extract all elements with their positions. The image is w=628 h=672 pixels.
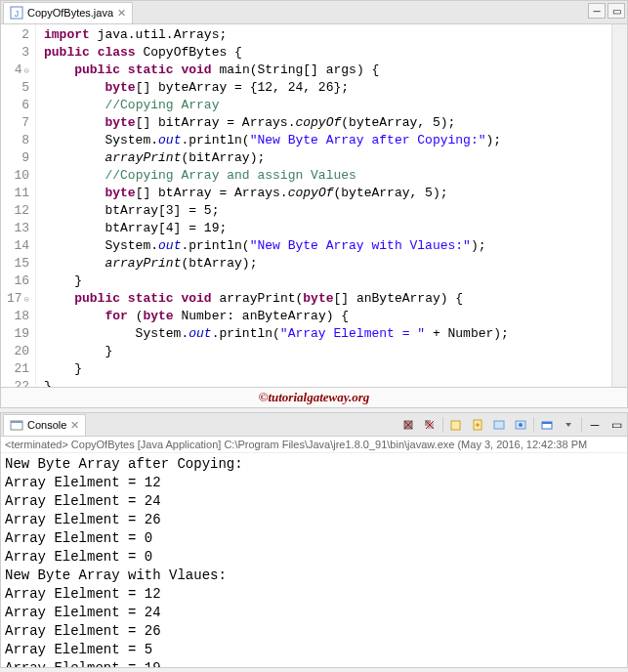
console-pane: Console ✕ ─ ▭ <terminated> CopyOfBytes [… <box>0 412 628 668</box>
line-number: 20 <box>1 343 29 360</box>
open-console-icon[interactable] <box>538 416 556 434</box>
toolbar-separator <box>533 417 534 433</box>
console-line: Array Elelment = 5 <box>5 641 623 659</box>
line-number: 2 <box>1 26 29 44</box>
console-line: Array Elelment = 24 <box>5 492 623 511</box>
console-line: New Byte Array after Copying: <box>5 455 623 474</box>
line-number: 14 <box>1 237 29 255</box>
line-number: 13 <box>1 220 29 237</box>
line-number: 16 <box>1 273 29 290</box>
code-line[interactable]: byte[] btArray = Arrays.copyOf(byteArray… <box>44 185 627 202</box>
line-number: 15 <box>1 255 29 273</box>
code-line[interactable]: btArray[4] = 19; <box>44 220 627 237</box>
line-number: 8 <box>1 132 29 149</box>
line-number: 22 <box>1 378 29 387</box>
dropdown-arrow-icon[interactable] <box>560 416 577 434</box>
close-icon[interactable]: ✕ <box>117 7 126 20</box>
watermark-text: ©tutorialgateway.org <box>1 387 627 407</box>
code-line[interactable]: } <box>44 378 627 387</box>
maximize-button[interactable]: ▭ <box>607 416 625 434</box>
toolbar-separator <box>581 417 582 433</box>
vertical-scrollbar[interactable] <box>611 24 627 387</box>
code-line[interactable]: //Copying Array <box>44 97 627 114</box>
code-line[interactable]: byte[] bitArray = Arrays.copyOf(byteArra… <box>44 114 627 132</box>
console-tab-bar: Console ✕ ─ ▭ <box>1 413 627 437</box>
code-line[interactable]: import java.util.Arrays; <box>44 26 627 44</box>
console-status: <terminated> CopyOfBytes [Java Applicati… <box>1 437 627 453</box>
line-number: 7 <box>1 114 29 132</box>
console-line: Array Elelment = 12 <box>5 474 623 492</box>
line-number: 6 <box>1 97 29 114</box>
line-number: 4⊖ <box>1 62 29 79</box>
line-number: 10 <box>1 167 29 185</box>
code-line[interactable]: btArray[3] = 5; <box>44 202 627 220</box>
remove-all-icon[interactable] <box>421 416 439 434</box>
svg-rect-13 <box>494 421 504 429</box>
console-toolbar: ─ ▭ <box>399 416 625 434</box>
line-number: 12 <box>1 202 29 220</box>
code-line[interactable]: for (byte Number: anByteArray) { <box>44 308 627 325</box>
code-line[interactable]: arrayPrint(btArray); <box>44 255 627 273</box>
clear-console-icon[interactable] <box>447 416 465 434</box>
close-icon[interactable]: ✕ <box>70 419 79 432</box>
code-line[interactable]: } <box>44 273 627 290</box>
window-controls: ─ ▭ <box>588 3 625 19</box>
toolbar-separator <box>442 417 443 433</box>
code-line[interactable]: } <box>44 343 627 360</box>
line-gutter: 234⊖567891011121314151617⊖1819202122 <box>1 24 36 387</box>
code-area[interactable]: 234⊖567891011121314151617⊖1819202122 imp… <box>1 24 627 387</box>
code-line[interactable]: byte[] byteArray = {12, 24, 26}; <box>44 79 627 97</box>
code-line[interactable]: public class CopyOfBytes { <box>44 44 627 62</box>
console-tab-label: Console <box>27 419 66 431</box>
line-number: 17⊖ <box>1 290 29 308</box>
editor-tab-label: CopyOfBytes.java <box>27 7 113 19</box>
minimize-button[interactable]: ─ <box>586 416 604 434</box>
line-number: 19 <box>1 325 29 343</box>
console-output[interactable]: New Byte Array after Copying:Array Elelm… <box>1 453 627 667</box>
code-line[interactable]: public static void arrayPrint(byte[] anB… <box>44 290 627 308</box>
console-line: Array Elelment = 24 <box>5 604 623 622</box>
code-line[interactable]: System.out.println("Array Elelment = " +… <box>44 325 627 343</box>
svg-rect-11 <box>451 421 460 430</box>
code-content[interactable]: import java.util.Arrays;public class Cop… <box>36 24 627 387</box>
code-line[interactable]: //Copying Array and assign Values <box>44 167 627 185</box>
scroll-lock-icon[interactable] <box>469 416 486 434</box>
console-line: Array Elelment = 19 <box>5 659 623 667</box>
line-number: 18 <box>1 308 29 325</box>
console-icon <box>10 418 23 432</box>
minimize-button[interactable]: ─ <box>588 3 606 19</box>
remove-launch-icon[interactable] <box>399 416 417 434</box>
svg-rect-3 <box>11 421 22 423</box>
editor-tab[interactable]: J CopyOfBytes.java ✕ <box>3 2 133 23</box>
console-line: Array Elelment = 12 <box>5 585 623 604</box>
line-number: 3 <box>1 44 29 62</box>
console-line: Array Elelment = 26 <box>5 511 623 529</box>
display-selected-icon[interactable] <box>512 416 529 434</box>
console-line: New Byte Array with Vlaues: <box>5 567 623 585</box>
console-line: Array Elelment = 0 <box>5 548 623 567</box>
console-tab[interactable]: Console ✕ <box>3 414 86 436</box>
line-number: 5 <box>1 79 29 97</box>
code-line[interactable]: } <box>44 360 627 378</box>
line-number: 11 <box>1 185 29 202</box>
console-line: Array Elelment = 26 <box>5 622 623 641</box>
svg-text:J: J <box>15 9 20 19</box>
code-line[interactable]: public static void main(String[] args) { <box>44 62 627 79</box>
editor-tab-bar: J CopyOfBytes.java ✕ ─ ▭ <box>1 1 627 24</box>
svg-point-15 <box>519 423 523 427</box>
editor-pane: J CopyOfBytes.java ✕ ─ ▭ 234⊖56789101112… <box>0 0 628 408</box>
java-file-icon: J <box>10 6 23 20</box>
maximize-button[interactable]: ▭ <box>607 3 625 19</box>
code-line[interactable]: System.out.println("New Byte Array after… <box>44 132 627 149</box>
svg-rect-17 <box>542 422 552 424</box>
code-line[interactable]: System.out.println("New Byte Array with … <box>44 237 627 255</box>
pin-console-icon[interactable] <box>490 416 508 434</box>
code-line[interactable]: arrayPrint(bitArray); <box>44 149 627 167</box>
console-line: Array Elelment = 0 <box>5 529 623 548</box>
line-number: 21 <box>1 360 29 378</box>
line-number: 9 <box>1 149 29 167</box>
